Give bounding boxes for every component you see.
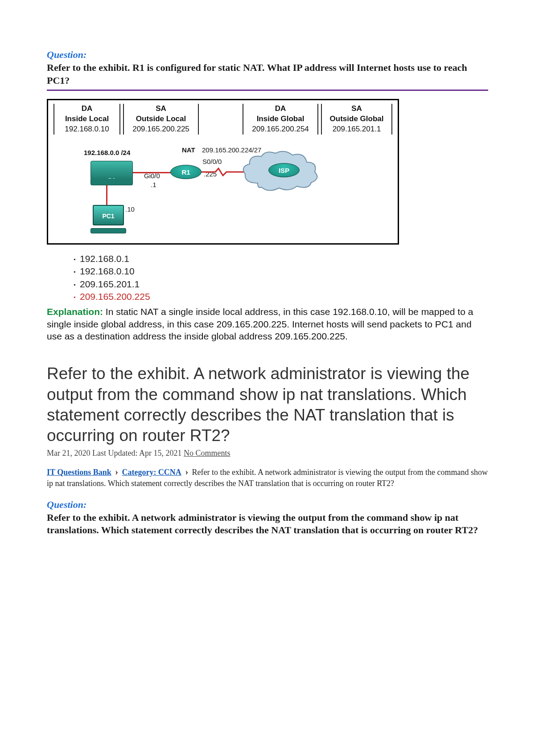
- breadcrumb-link-category[interactable]: Category: CCNA: [122, 468, 181, 477]
- cell-sa-global: SA Outside Global 209.165.201.1: [321, 104, 392, 135]
- question-label: Question:: [47, 49, 488, 61]
- update-date: Last Updated: Apr 15, 2021: [91, 449, 184, 458]
- explanation-block: Explanation: In static NAT a single insi…: [47, 306, 488, 342]
- post-meta: Mar 21, 2020 Last Updated: Apr 15, 2021 …: [47, 449, 488, 458]
- label-s000: S0/0/0: [202, 158, 222, 165]
- answer-option: 209.165.201.1: [74, 278, 488, 290]
- cell-da-local: DA Inside Local 192.168.0.10: [54, 104, 120, 135]
- router-isp: ISP: [268, 163, 300, 177]
- question-text: Refer to the exhibit. A network administ…: [47, 511, 488, 539]
- cell-sa-local: SA Outside Local 209.165.200.225: [123, 104, 199, 135]
- explanation-text: In static NAT a single inside local addr…: [47, 306, 473, 341]
- comments-link[interactable]: No Comments: [184, 449, 230, 458]
- breadcrumb-link-bank[interactable]: IT Questions Bank: [47, 468, 111, 477]
- cell-da-global: DA Inside Global 209.165.200.254: [243, 104, 318, 135]
- nat-table: DA Inside Local 192.168.0.10 SA Outside …: [48, 100, 398, 136]
- chevron-icon: ›: [115, 467, 118, 477]
- post-date: Mar 21, 2020: [47, 449, 91, 458]
- switch-s1: S1: [91, 161, 133, 180]
- question-label: Question:: [47, 499, 488, 511]
- pc-pc1: PC1: [93, 205, 124, 230]
- answer-option: 192.168.0.1: [74, 253, 488, 265]
- answer-list: 192.168.0.1 192.168.0.10 209.165.201.1 2…: [47, 253, 488, 303]
- label-dot1: .1: [151, 181, 156, 188]
- article-title: Refer to the exhibit. A network administ…: [47, 364, 488, 446]
- label-dot10: .10: [125, 205, 135, 213]
- exhibit-diagram: DA Inside Local 192.168.0.10 SA Outside …: [47, 99, 399, 245]
- answer-option: 192.168.0.10: [74, 265, 488, 278]
- question-text: Refer to the exhibit. R1 is configured f…: [47, 61, 488, 91]
- chevron-icon: ›: [185, 467, 188, 477]
- answer-option-correct: 209.165.200.225: [74, 290, 488, 303]
- topology-canvas: 192.168.0.0 /24 NAT 209.165.200.224/27 S…: [48, 136, 398, 239]
- router-r1: R1: [170, 165, 202, 179]
- explanation-label: Explanation:: [47, 306, 103, 317]
- label-inside-net: 192.168.0.0 /24: [84, 149, 130, 156]
- label-nat: NAT: [182, 146, 195, 154]
- breadcrumb: IT Questions Bank › Category: CCNA › Ref…: [47, 466, 488, 489]
- breadcrumb-current: Refer to the exhibit. A network administ…: [47, 468, 488, 488]
